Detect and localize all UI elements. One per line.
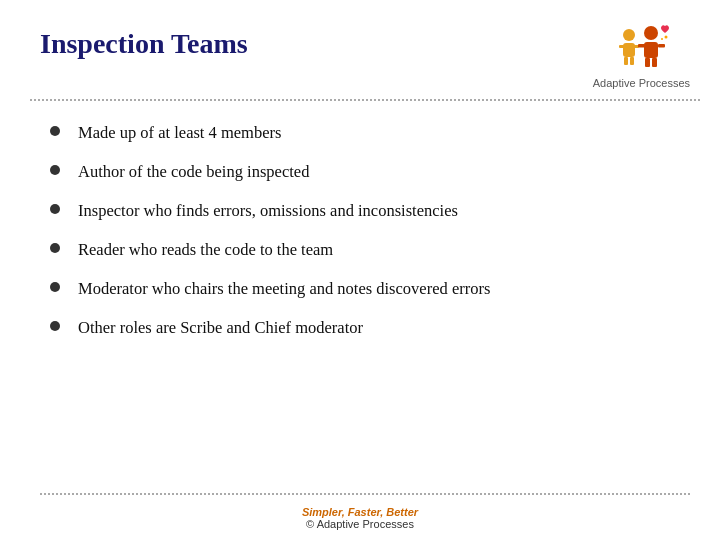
footer-tagline: Simpler, Faster, Better xyxy=(0,506,720,518)
logo-label: Adaptive Processes xyxy=(593,77,690,89)
logo-icon xyxy=(609,23,674,75)
footer-copyright: © Adaptive Processes xyxy=(0,518,720,530)
bullet-text: Other roles are Scribe and Chief moderat… xyxy=(78,316,363,339)
slide: Inspection Teams xyxy=(0,0,720,540)
bullet-dot xyxy=(50,165,60,175)
svg-rect-9 xyxy=(658,44,665,48)
bullet-text: Reader who reads the code to the team xyxy=(78,238,333,261)
svg-rect-8 xyxy=(638,44,645,48)
svg-rect-1 xyxy=(623,43,635,57)
bullet-text: Made up of at least 4 members xyxy=(78,121,281,144)
svg-rect-4 xyxy=(624,57,628,65)
bullet-dot xyxy=(50,243,60,253)
list-item: Author of the code being inspected xyxy=(50,160,680,183)
list-item: Inspector who finds errors, omissions an… xyxy=(50,199,680,222)
list-item: Moderator who chairs the meeting and not… xyxy=(50,277,680,300)
svg-point-0 xyxy=(623,29,635,41)
svg-point-13 xyxy=(661,38,663,40)
content-area: Made up of at least 4 members Author of … xyxy=(0,101,720,366)
list-item: Made up of at least 4 members xyxy=(50,121,680,144)
bullet-dot xyxy=(50,126,60,136)
footer: Simpler, Faster, Better © Adaptive Proce… xyxy=(0,506,720,530)
bullet-text: Inspector who finds errors, omissions an… xyxy=(78,199,458,222)
list-item: Reader who reads the code to the team xyxy=(50,238,680,261)
bullet-dot xyxy=(50,282,60,292)
bullet-dot xyxy=(50,204,60,214)
svg-rect-10 xyxy=(645,58,650,67)
logo-area: Adaptive Processes xyxy=(593,18,690,89)
svg-rect-7 xyxy=(644,42,658,58)
svg-point-12 xyxy=(664,36,667,39)
slide-title: Inspection Teams xyxy=(40,18,248,60)
svg-rect-2 xyxy=(619,45,625,48)
svg-rect-11 xyxy=(652,58,657,67)
list-item: Other roles are Scribe and Chief moderat… xyxy=(50,316,680,339)
bullet-dot xyxy=(50,321,60,331)
bullet-text: Moderator who chairs the meeting and not… xyxy=(78,277,490,300)
bullet-list: Made up of at least 4 members Author of … xyxy=(50,121,680,340)
svg-point-6 xyxy=(644,26,658,40)
svg-rect-5 xyxy=(630,57,634,65)
header: Inspection Teams xyxy=(0,0,720,99)
bottom-separator xyxy=(40,493,690,495)
bullet-text: Author of the code being inspected xyxy=(78,160,309,183)
